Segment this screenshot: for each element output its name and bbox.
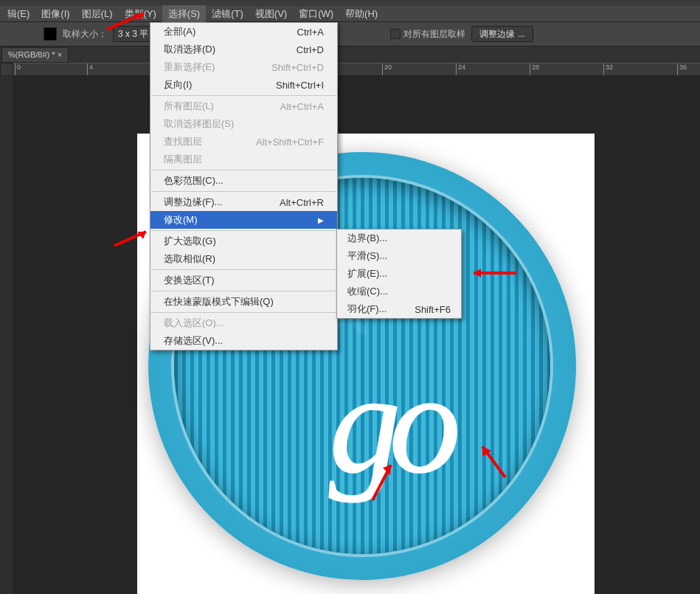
dd-label: 查找图层 — [164, 135, 202, 148]
dd-label: 载入选区(O)... — [164, 317, 224, 330]
menu-select[interactable]: 选择(S) — [162, 5, 206, 23]
menu-item-all[interactable]: 全部(A)Ctrl+A — [150, 23, 337, 41]
menu-type[interactable]: 类型(Y) — [119, 5, 162, 23]
canvas-area[interactable]: GX go — [13, 76, 700, 594]
separator — [151, 291, 336, 291]
menu-item-transform[interactable]: 变换选区(T) — [150, 272, 337, 289]
dd-label: 扩大选取(G) — [164, 235, 216, 248]
dd-label: 在快速蒙版模式下编辑(Q) — [164, 295, 274, 308]
menu-window[interactable]: 窗口(W) — [293, 5, 339, 23]
sample-size-value: 3 x 3 平 — [118, 28, 148, 41]
options-bar: 取样大小： 3 x 3 平 对所有图层取样 调整边缘 ... — [0, 22, 700, 46]
menu-item-all-layers: 所有图层(L)Alt+Ctrl+A — [150, 97, 337, 115]
ruler-tick: 4 — [87, 63, 93, 75]
ruler-tick: 0 — [15, 63, 21, 75]
dd-shortcut: Ctrl+D — [297, 44, 324, 55]
dd-shortcut: Ctrl+A — [297, 27, 324, 38]
menu-item-similar[interactable]: 选取相似(R) — [150, 250, 337, 268]
tab-label: %(RGB/8#) * × — [8, 50, 62, 59]
separator — [151, 191, 336, 192]
sample-size-select[interactable]: 3 x 3 平 — [113, 26, 153, 42]
menu-item-inverse[interactable]: 反向(I)Shift+Ctrl+I — [150, 76, 337, 94]
menu-filter[interactable]: 滤镜(T) — [206, 5, 249, 23]
menu-item-reselect: 重新选择(E)Shift+Ctrl+D — [150, 58, 337, 76]
dd-shortcut: Shift+F6 — [415, 304, 451, 315]
dd-label: 扩展(E)... — [347, 267, 387, 280]
submenu-item-smooth[interactable]: 平滑(S)... — [337, 247, 461, 265]
dd-label: 存储选区(V)... — [164, 334, 223, 348]
separator — [151, 269, 336, 270]
menu-help[interactable]: 帮助(H) — [339, 5, 384, 23]
dd-label: 修改(M) — [164, 213, 198, 227]
dd-shortcut: Alt+Ctrl+A — [280, 101, 324, 112]
go-text: go — [329, 340, 449, 505]
dd-label: 选取相似(R) — [164, 252, 215, 266]
checkbox-icon — [390, 29, 401, 39]
menu-item-deselect-layers: 取消选择图层(S) — [150, 115, 337, 133]
dd-label: 全部(A) — [164, 25, 195, 38]
menu-item-save-selection[interactable]: 存储选区(V)... — [150, 332, 337, 350]
tabbar: %(RGB/8#) * × — [0, 46, 700, 63]
dd-label: 羽化(F)... — [347, 303, 387, 316]
submenu-item-border[interactable]: 边界(B)... — [337, 229, 461, 247]
dd-label: 平滑(S)... — [347, 249, 387, 263]
swatch-icon[interactable] — [44, 27, 57, 41]
dd-shortcut: Shift+Ctrl+D — [271, 62, 324, 73]
dd-label: 变换选区(T) — [164, 274, 215, 287]
ruler-tick: 28 — [530, 63, 539, 75]
submenu-item-expand[interactable]: 扩展(E)... — [337, 265, 461, 283]
menu-item-deselect[interactable]: 取消选择(D)Ctrl+D — [150, 41, 337, 58]
select-menu-dropdown: 全部(A)Ctrl+A 取消选择(D)Ctrl+D 重新选择(E)Shift+C… — [150, 22, 338, 350]
dd-shortcut: Shift+Ctrl+I — [276, 80, 324, 91]
submenu-arrow-icon: ▶ — [318, 216, 324, 224]
horizontal-ruler: 0 4 8 12 16 20 24 28 32 36 — [13, 63, 700, 76]
dd-label: 重新选择(E) — [164, 61, 215, 74]
ruler-tick: 32 — [603, 63, 613, 75]
dd-label: 边界(B)... — [347, 232, 387, 245]
menubar: 辑(E) 图像(I) 图层(L) 类型(Y) 选择(S) 滤镜(T) 视图(V)… — [0, 6, 700, 22]
ruler-tick: 36 — [677, 63, 687, 75]
dd-label: 反向(I) — [164, 78, 192, 91]
sample-all-layers-checkbox[interactable]: 对所有图层取样 — [390, 28, 465, 41]
menu-item-refine-edge[interactable]: 调整边缘(F)...Alt+Ctrl+R — [150, 193, 337, 211]
dd-label: 所有图层(L) — [164, 100, 214, 113]
menu-item-find-layers: 查找图层Alt+Shift+Ctrl+F — [150, 133, 337, 151]
sample-all-layers-label: 对所有图层取样 — [403, 28, 465, 41]
dd-shortcut: Alt+Shift+Ctrl+F — [256, 137, 324, 148]
refine-edge-button[interactable]: 调整边缘 ... — [471, 26, 533, 42]
separator — [151, 170, 336, 170]
menu-item-load-selection: 载入选区(O)... — [150, 314, 337, 332]
menu-item-color-range[interactable]: 色彩范围(C)... — [150, 172, 337, 190]
dd-shortcut: Alt+Ctrl+R — [280, 197, 324, 208]
dd-label: 色彩范围(C)... — [164, 174, 223, 187]
modify-submenu: 边界(B)... 平滑(S)... 扩展(E)... 收缩(C)... 羽化(F… — [336, 229, 462, 319]
separator — [151, 312, 336, 313]
menu-layer[interactable]: 图层(L) — [76, 5, 119, 23]
menu-item-isolate-layers: 隔离图层 — [150, 151, 337, 168]
sample-size-label: 取样大小： — [63, 28, 107, 41]
ruler-corner — [0, 63, 13, 76]
menu-item-quick-mask[interactable]: 在快速蒙版模式下编辑(Q) — [150, 293, 337, 311]
dd-label: 收缩(C)... — [347, 285, 388, 298]
menu-view[interactable]: 视图(V) — [249, 5, 293, 23]
menu-item-grow[interactable]: 扩大选取(G) — [150, 232, 337, 250]
separator — [151, 230, 336, 231]
submenu-item-contract[interactable]: 收缩(C)... — [337, 283, 461, 300]
dd-label: 取消选择图层(S) — [164, 117, 234, 131]
ruler-tick: 24 — [456, 63, 465, 75]
ruler-tick: 20 — [382, 63, 392, 75]
dd-label: 调整边缘(F)... — [164, 196, 222, 209]
menu-item-modify[interactable]: 修改(M)▶ — [150, 211, 337, 229]
tool-icon — [3, 27, 18, 41]
document-tab[interactable]: %(RGB/8#) * × — [1, 47, 69, 63]
submenu-item-feather[interactable]: 羽化(F)...Shift+F6 — [337, 300, 461, 318]
dd-label: 取消选择(D) — [164, 43, 215, 56]
menu-edit[interactable]: 辑(E) — [1, 5, 35, 23]
dd-label: 隔离图层 — [164, 153, 202, 166]
menu-image[interactable]: 图像(I) — [35, 5, 75, 23]
separator — [151, 95, 336, 96]
